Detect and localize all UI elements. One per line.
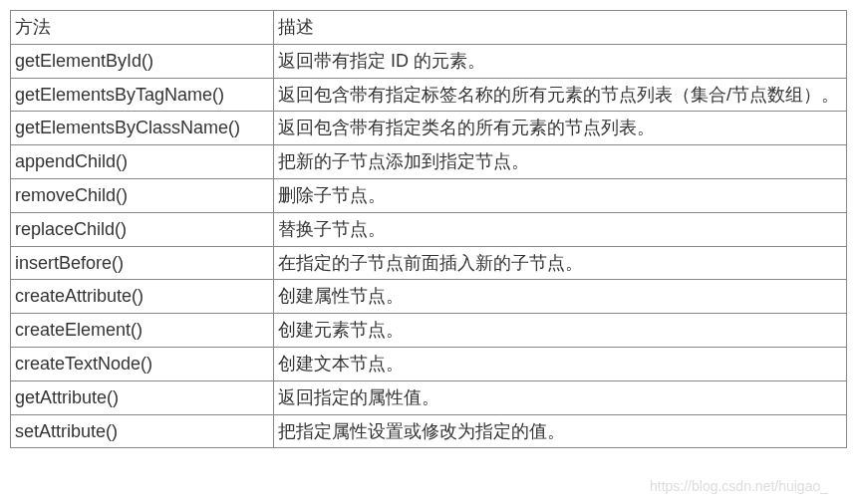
- method-cell: createElement(): [11, 314, 274, 348]
- table-row: createElement() 创建元素节点。: [11, 314, 847, 348]
- desc-cell: 创建属性节点。: [274, 280, 847, 314]
- table-row: createTextNode() 创建文本节点。: [11, 347, 847, 380]
- desc-cell: 返回包含带有指定标签名称的所有元素的节点列表（集合/节点数组）。: [274, 78, 847, 112]
- method-cell: createTextNode(): [11, 347, 274, 380]
- table-header-row: 方法 描述: [11, 11, 847, 45]
- desc-cell: 把指定属性设置或修改为指定的值。: [274, 414, 847, 448]
- desc-cell: 替换子节点。: [274, 212, 847, 246]
- desc-cell: 创建元素节点。: [274, 314, 847, 348]
- table-row: insertBefore() 在指定的子节点前面插入新的子节点。: [11, 246, 847, 280]
- table-row: replaceChild() 替换子节点。: [11, 212, 847, 246]
- table-row: setAttribute() 把指定属性设置或修改为指定的值。: [11, 414, 847, 448]
- desc-cell: 创建文本节点。: [274, 347, 847, 380]
- table-row: getElementsByClassName() 返回包含带有指定类名的所有元素…: [11, 112, 847, 145]
- header-method: 方法: [11, 11, 274, 45]
- table-row: createAttribute() 创建属性节点。: [11, 280, 847, 314]
- table-row: getElementsByTagName() 返回包含带有指定标签名称的所有元素…: [11, 78, 847, 112]
- method-cell: getElementsByTagName(): [11, 78, 274, 112]
- method-cell: getElementById(): [11, 44, 274, 78]
- table-row: getElementById() 返回带有指定 ID 的元素。: [11, 44, 847, 78]
- method-cell: createAttribute(): [11, 280, 274, 314]
- method-cell: setAttribute(): [11, 414, 274, 448]
- method-cell: getAttribute(): [11, 380, 274, 414]
- header-desc: 描述: [274, 11, 847, 45]
- table-row: removeChild() 删除子节点。: [11, 178, 847, 212]
- desc-cell: 返回带有指定 ID 的元素。: [274, 44, 847, 78]
- methods-table: 方法 描述 getElementById() 返回带有指定 ID 的元素。 ge…: [10, 10, 847, 448]
- desc-cell: 返回包含带有指定类名的所有元素的节点列表。: [274, 112, 847, 145]
- desc-cell: 把新的子节点添加到指定节点。: [274, 145, 847, 179]
- method-cell: getElementsByClassName(): [11, 112, 274, 145]
- table-row: getAttribute() 返回指定的属性值。: [11, 380, 847, 414]
- desc-cell: 返回指定的属性值。: [274, 380, 847, 414]
- method-cell: insertBefore(): [11, 246, 274, 280]
- table-row: appendChild() 把新的子节点添加到指定节点。: [11, 145, 847, 179]
- method-cell: replaceChild(): [11, 212, 274, 246]
- method-cell: removeChild(): [11, 178, 274, 212]
- desc-cell: 删除子节点。: [274, 178, 847, 212]
- desc-cell: 在指定的子节点前面插入新的子节点。: [274, 246, 847, 280]
- method-cell: appendChild(): [11, 145, 274, 179]
